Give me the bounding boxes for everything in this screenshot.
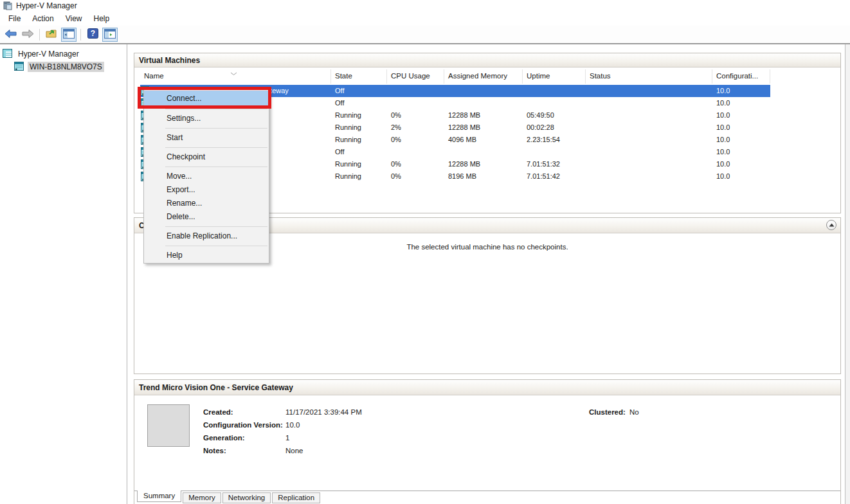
- menu-help[interactable]: Help: [88, 12, 116, 25]
- vm-cell: 8196 MB: [444, 170, 523, 183]
- hyperv-manager-window: Hyper-V Manager File Action View Help ?: [0, 0, 850, 504]
- context-menu-separator: [165, 166, 267, 167]
- menu-file[interactable]: File: [3, 12, 26, 25]
- sort-chevron-icon: [230, 69, 237, 77]
- menu-action[interactable]: Action: [26, 12, 59, 25]
- help-button[interactable]: ?: [85, 28, 100, 42]
- vm-cell: 05:49:50: [523, 109, 586, 122]
- vm-cell: [523, 85, 586, 97]
- context-menu-item-rename[interactable]: Rename...: [144, 197, 269, 210]
- column-header-configurati[interactable]: Configurati...: [712, 69, 770, 84]
- detail-field: Generation:1: [203, 431, 245, 444]
- vm-cell: 12288 MB: [444, 158, 523, 170]
- collapse-up-icon: [829, 223, 835, 227]
- vm-cell: 2.23:15:54: [523, 134, 586, 146]
- context-menu-item-settings[interactable]: Settings...: [144, 112, 269, 125]
- svg-text:?: ?: [90, 29, 95, 38]
- detail-field-label: Generation:: [203, 431, 245, 444]
- vm-cell: [586, 170, 712, 183]
- clustered-value: No: [629, 408, 639, 416]
- vm-cell: [586, 146, 712, 158]
- menu-view[interactable]: View: [60, 12, 88, 25]
- host-server-icon: [14, 62, 24, 73]
- tab-summary[interactable]: Summary: [137, 491, 181, 502]
- vm-cell: 12288 MB: [444, 109, 523, 122]
- console-tree: Hyper-V Manager WIN-B18NLM8VO7S: [0, 44, 127, 504]
- vm-cell: [586, 122, 712, 134]
- clustered-field: Clustered:No: [589, 406, 639, 419]
- vm-cell: Running: [331, 109, 387, 122]
- show-console-tree-icon: [63, 29, 75, 40]
- vm-cell: 10.0: [712, 146, 770, 158]
- vm-cell: 10.0: [712, 134, 770, 146]
- vm-cell: Running: [331, 158, 387, 170]
- tree-item-hyperv-manager[interactable]: Hyper-V Manager: [0, 48, 127, 60]
- vm-cell: 0%: [387, 158, 444, 170]
- vm-cell: [387, 85, 444, 97]
- column-header-status[interactable]: Status: [586, 69, 712, 84]
- vm-cell: [444, 146, 523, 158]
- console-root-icon: [3, 49, 12, 60]
- vm-cell: 10.0: [712, 109, 770, 122]
- vm-cell: Running: [331, 134, 387, 146]
- context-menu-item-move[interactable]: Move...: [144, 170, 269, 183]
- vm-cell: [586, 109, 712, 122]
- tab-replication[interactable]: Replication: [272, 492, 320, 503]
- context-menu-item-start[interactable]: Start: [144, 131, 269, 145]
- tree-item-host[interactable]: WIN-B18NLM8VO7S: [0, 61, 127, 73]
- virtual-machines-title: Virtual Machines: [139, 56, 200, 65]
- vm-cell: Running: [331, 170, 387, 183]
- vm-cell: [586, 97, 712, 109]
- show-console-tree-button[interactable]: [61, 28, 77, 42]
- details-tab-strip: SummaryMemoryNetworkingReplication: [134, 491, 840, 504]
- column-header-uptime[interactable]: Uptime: [523, 69, 586, 84]
- context-menu-separator: [165, 147, 267, 148]
- column-header-assigned-memory[interactable]: Assigned Memory: [444, 69, 523, 84]
- forward-icon: [22, 29, 34, 40]
- toolbar-separator: [39, 29, 40, 40]
- column-header-state[interactable]: State: [331, 69, 387, 84]
- detail-field-value: None: [285, 444, 303, 457]
- context-menu-item-delete[interactable]: Delete...: [144, 210, 269, 224]
- tab-memory[interactable]: Memory: [183, 492, 221, 503]
- back-button[interactable]: [3, 28, 18, 42]
- show-action-pane-icon: [104, 29, 116, 40]
- vm-cell: Running: [331, 122, 387, 134]
- vm-cell: [586, 134, 712, 146]
- vm-details-panel-header: Trend Micro Vision One - Service Gateway: [134, 380, 840, 395]
- window-edge-fill: [845, 44, 850, 504]
- vm-cell: 0%: [387, 170, 444, 183]
- tree-root-label: Hyper-V Manager: [16, 49, 81, 59]
- vm-cell: 12288 MB: [444, 122, 523, 134]
- vm-cell: [523, 97, 586, 109]
- detail-field-value: 10.0: [285, 419, 300, 431]
- detail-field-label: Notes:: [203, 444, 226, 457]
- vm-table-header: NameStateCPU UsageAssigned MemoryUptimeS…: [140, 69, 770, 84]
- context-menu-separator: [165, 109, 267, 109]
- column-header-name[interactable]: Name: [140, 69, 331, 84]
- context-menu-separator: [165, 226, 267, 227]
- vm-cell: 10.0: [712, 85, 770, 97]
- show-action-pane-button[interactable]: [102, 28, 118, 42]
- vm-cell: [444, 85, 523, 97]
- vm-cell: 7.01:51:32: [523, 158, 586, 170]
- vm-details-panel: Trend Micro Vision One - Service Gateway…: [134, 379, 841, 504]
- vm-cell: 2%: [387, 122, 444, 134]
- forward-button[interactable]: [20, 28, 35, 42]
- detail-field: Created:11/17/2021 3:39:44 PM: [203, 406, 233, 419]
- menu-bar: File Action View Help: [0, 12, 850, 26]
- vm-cell: 10.0: [712, 170, 770, 183]
- collapse-checkpoints-button[interactable]: [826, 220, 836, 230]
- context-menu-item-checkpoint[interactable]: Checkpoint: [144, 150, 269, 164]
- detail-field: Configuration Version:10.0: [203, 419, 283, 431]
- context-menu-item-help[interactable]: Help: [144, 249, 269, 262]
- export-list-button[interactable]: [44, 28, 59, 42]
- column-header-cpu-usage[interactable]: CPU Usage: [387, 69, 444, 84]
- context-menu-item-enable-replication[interactable]: Enable Replication...: [144, 230, 269, 243]
- toolbar-separator: [80, 29, 81, 40]
- context-menu-item-export[interactable]: Export...: [144, 183, 269, 197]
- context-menu-item-connect[interactable]: Connect...: [144, 91, 269, 106]
- vm-cell: [586, 85, 712, 97]
- vm-details-title: Trend Micro Vision One - Service Gateway: [139, 383, 293, 392]
- tab-networking[interactable]: Networking: [222, 492, 271, 503]
